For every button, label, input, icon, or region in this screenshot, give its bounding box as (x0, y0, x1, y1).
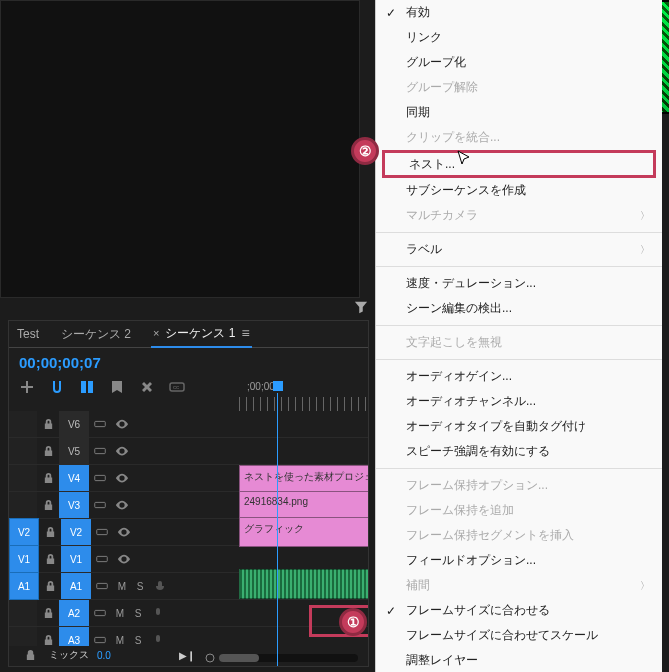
mute-button[interactable]: M (111, 635, 129, 646)
toggle-output-icon[interactable] (91, 552, 113, 566)
playhead-handle[interactable] (273, 381, 283, 391)
time-ruler[interactable]: ;00;00 (239, 381, 368, 411)
source-target[interactable] (9, 492, 37, 518)
linked-selection-icon[interactable] (79, 379, 95, 395)
tab-seq2[interactable]: シーケンス 2 (59, 322, 133, 347)
menu-nest[interactable]: ネスト... (382, 150, 656, 178)
track-label[interactable]: A1 (61, 573, 91, 599)
current-timecode[interactable]: 00;00;00;07 (9, 348, 368, 377)
menu-speed[interactable]: 速度・デュレーション... (376, 271, 662, 296)
menu-audiochannel[interactable]: オーディオチャンネル... (376, 389, 662, 414)
insert-icon[interactable] (19, 379, 35, 395)
solo-button[interactable]: S (129, 608, 147, 619)
horizontal-scrollbar[interactable] (219, 654, 358, 662)
voiceover-icon[interactable] (149, 580, 171, 592)
source-target[interactable] (9, 465, 37, 491)
source-target[interactable]: V2 (9, 518, 39, 546)
menu-sync[interactable]: 同期 (376, 100, 662, 125)
menu-adjlayer[interactable]: 調整レイヤー (376, 648, 662, 672)
lock-icon[interactable] (37, 500, 59, 511)
toggle-output-icon[interactable] (89, 444, 111, 458)
toggle-output-icon[interactable] (89, 633, 111, 646)
menu-merge: クリップを統合... (376, 125, 662, 150)
filter-icon[interactable] (354, 300, 368, 314)
lock-icon[interactable] (39, 581, 61, 592)
toggle-output-icon[interactable] (89, 498, 111, 512)
lock-icon[interactable] (39, 527, 61, 538)
lock-icon[interactable] (37, 635, 59, 646)
clip-graphic[interactable]: グラフィック (239, 517, 368, 547)
lock-icon[interactable] (19, 650, 41, 661)
settings-icon[interactable] (139, 379, 155, 395)
menu-link[interactable]: リンク (376, 25, 662, 50)
track-label[interactable]: A3 (59, 627, 89, 646)
lock-icon[interactable] (37, 608, 59, 619)
track-label[interactable]: A2 (59, 600, 89, 626)
menu-scenedetect[interactable]: シーン編集の検出... (376, 296, 662, 321)
source-target[interactable] (9, 600, 37, 626)
lock-icon[interactable] (37, 419, 59, 430)
menu-fitframe[interactable]: ✓フレームサイズに合わせる (376, 598, 662, 623)
menu-subsequence[interactable]: サブシーケンスを作成 (376, 178, 662, 203)
ruler-label: ;00;00 (247, 381, 275, 392)
tab-label: シーケンス 1 (165, 325, 235, 342)
menu-enabled[interactable]: ✓有効 (376, 0, 662, 25)
track-label[interactable]: V5 (59, 438, 89, 464)
solo-button[interactable]: S (129, 635, 147, 646)
eye-icon[interactable] (113, 525, 135, 539)
caption-icon[interactable]: cc (169, 379, 185, 395)
menu-audiogain[interactable]: オーディオゲイン... (376, 364, 662, 389)
tab-test[interactable]: Test (15, 323, 41, 345)
source-target[interactable]: V1 (9, 545, 39, 573)
play-icon[interactable]: ▶❙ (179, 650, 195, 661)
menu-group[interactable]: グループ化 (376, 50, 662, 75)
source-target[interactable] (9, 438, 37, 464)
close-icon[interactable]: × (153, 327, 159, 339)
svg-rect-5 (95, 448, 106, 453)
eye-icon[interactable] (111, 444, 133, 458)
source-target[interactable] (9, 627, 37, 646)
menu-fieldopt[interactable]: フィールドオプション... (376, 548, 662, 573)
menu-separator (376, 359, 662, 360)
track-label[interactable]: V4 (59, 465, 89, 491)
toggle-output-icon[interactable] (89, 606, 111, 620)
track-label[interactable]: V3 (59, 492, 89, 518)
solo-button[interactable]: S (131, 581, 149, 592)
toggle-output-icon[interactable] (91, 579, 113, 593)
toggle-output-icon[interactable] (91, 525, 113, 539)
source-target[interactable]: A1 (9, 572, 39, 600)
lock-icon[interactable] (37, 473, 59, 484)
eye-icon[interactable] (111, 471, 133, 485)
lock-icon[interactable] (39, 554, 61, 565)
clip-audio[interactable] (239, 569, 368, 599)
menu-audiotype[interactable]: オーディオタイプを自動タグ付け (376, 414, 662, 439)
svg-text:cc: cc (173, 384, 179, 390)
track-label[interactable]: V6 (59, 411, 89, 437)
eye-icon[interactable] (113, 552, 135, 566)
playhead-line[interactable] (277, 393, 278, 666)
annotation-badge-2: ② (351, 137, 379, 165)
mix-value[interactable]: 0.0 (97, 650, 111, 661)
track-label[interactable]: V2 (61, 519, 91, 545)
menu-scaleframe[interactable]: フレームサイズに合わせてスケール (376, 623, 662, 648)
lock-icon[interactable] (37, 446, 59, 457)
toggle-output-icon[interactable] (89, 471, 111, 485)
voiceover-icon[interactable] (147, 607, 169, 619)
source-target[interactable] (9, 411, 37, 437)
mute-button[interactable]: M (111, 608, 129, 619)
tab-seq1[interactable]: × シーケンス 1 ≡ (151, 321, 252, 348)
marker-icon[interactable] (109, 379, 125, 395)
mute-button[interactable]: M (113, 581, 131, 592)
panel-menu-icon[interactable]: ≡ (241, 325, 249, 341)
menu-speech[interactable]: スピーチ強調を有効にする (376, 439, 662, 464)
toggle-output-icon[interactable] (89, 417, 111, 431)
eye-icon[interactable] (111, 417, 133, 431)
menu-label[interactable]: ラベル〉 (376, 237, 662, 262)
snap-icon[interactable] (49, 379, 65, 395)
scrollbar-thumb[interactable] (219, 654, 259, 662)
voiceover-icon[interactable] (147, 634, 169, 646)
zoom-out-icon[interactable] (204, 652, 216, 664)
svg-rect-12 (95, 610, 106, 615)
track-label[interactable]: V1 (61, 546, 91, 572)
eye-icon[interactable] (111, 498, 133, 512)
